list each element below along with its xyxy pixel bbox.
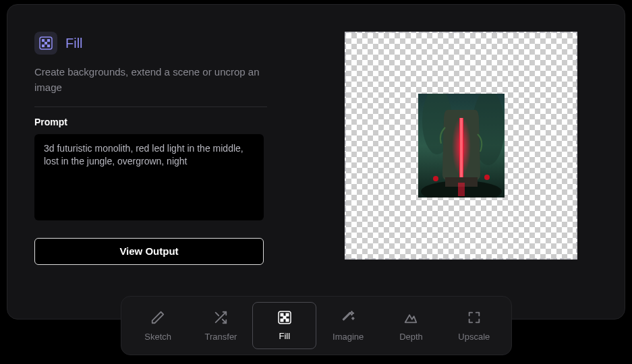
expand-icon	[467, 310, 482, 327]
canvas-frame[interactable]	[345, 32, 577, 260]
left-column: Fill Create backgrounds, extend a scene …	[34, 32, 284, 299]
svg-rect-23	[283, 316, 286, 319]
fill-checker-icon	[278, 311, 291, 326]
svg-rect-25	[286, 319, 289, 322]
svg-line-19	[216, 312, 219, 315]
toolbar-item-upscale[interactable]: Upscale	[442, 302, 505, 349]
toolbar-item-label: Transfer	[205, 332, 237, 342]
toolbar-item-fill[interactable]: Fill	[252, 302, 316, 349]
tool-title: Fill	[65, 36, 83, 51]
svg-rect-1	[42, 39, 45, 42]
toolbar: Sketch Transfer Fill Imagine	[121, 296, 512, 355]
prompt-input[interactable]	[34, 134, 264, 220]
svg-rect-5	[47, 44, 50, 47]
prompt-label: Prompt	[34, 117, 284, 127]
svg-rect-22	[286, 313, 289, 316]
magic-wand-icon	[341, 310, 355, 327]
toolbar-item-depth[interactable]: Depth	[380, 302, 442, 349]
tool-header: Fill	[34, 32, 284, 55]
toolbar-item-sketch[interactable]: Sketch	[127, 302, 190, 349]
svg-rect-3	[45, 42, 47, 44]
svg-rect-2	[47, 39, 50, 42]
svg-point-15	[433, 176, 438, 181]
svg-rect-13	[460, 118, 463, 177]
shuffle-icon	[213, 310, 228, 327]
svg-rect-14	[458, 183, 465, 196]
mountain-icon	[403, 310, 418, 327]
toolbar-item-label: Sketch	[144, 332, 171, 342]
preview-image[interactable]	[418, 94, 505, 198]
toolbar-item-label: Imagine	[333, 332, 364, 342]
toolbar-item-label: Fill	[279, 331, 291, 341]
toolbar-item-imagine[interactable]: Imagine	[316, 302, 379, 349]
toolbar-item-transfer[interactable]: Transfer	[190, 302, 252, 349]
svg-point-16	[484, 175, 490, 180]
svg-rect-4	[42, 44, 45, 47]
pencil-icon	[150, 310, 165, 327]
fill-checker-icon	[34, 32, 57, 55]
main-panel: Fill Create backgrounds, extend a scene …	[7, 4, 625, 320]
svg-rect-24	[281, 319, 283, 322]
toolbar-item-label: Depth	[399, 332, 423, 342]
view-output-button[interactable]: View Output	[34, 238, 264, 265]
svg-rect-21	[281, 313, 283, 316]
tool-description: Create backgrounds, extend a scene or un…	[34, 64, 267, 107]
toolbar-item-label: Upscale	[458, 332, 490, 342]
right-column	[284, 32, 598, 299]
